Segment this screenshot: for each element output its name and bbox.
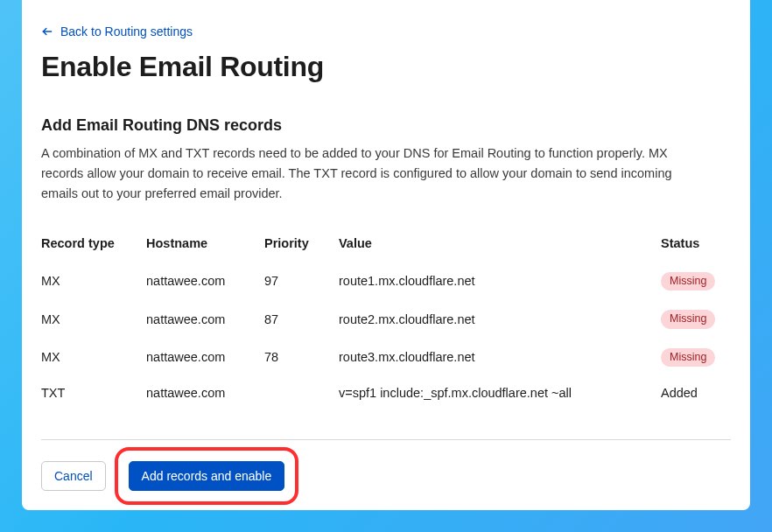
- cell-status: Missing: [661, 339, 731, 377]
- table-row: MXnattawee.com97route1.mx.cloudflare.net…: [41, 262, 731, 301]
- status-badge-missing: Missing: [661, 310, 715, 329]
- settings-card: Back to Routing settings Enable Email Ro…: [22, 0, 750, 510]
- status-badge-missing: Missing: [661, 272, 715, 291]
- table-row: MXnattawee.com78route3.mx.cloudflare.net…: [41, 339, 731, 377]
- status-badge-missing: Missing: [661, 348, 715, 368]
- footer-separator: [41, 439, 731, 440]
- cell-value: route1.mx.cloudflare.net: [339, 262, 661, 301]
- cell-hostname: nattawee.com: [146, 262, 264, 301]
- cell-record-type: TXT: [41, 376, 146, 410]
- cell-hostname: nattawee.com: [146, 376, 264, 410]
- cell-status: Added: [661, 376, 731, 410]
- cell-hostname: nattawee.com: [146, 300, 264, 339]
- add-records-button[interactable]: Add records and enable: [129, 461, 285, 491]
- cancel-button[interactable]: Cancel: [41, 461, 106, 491]
- section-description: A combination of MX and TXT records need…: [41, 144, 706, 205]
- col-header-priority: Priority: [264, 229, 339, 262]
- col-header-type: Record type: [41, 229, 146, 262]
- cell-value: route2.mx.cloudflare.net: [339, 300, 661, 339]
- table-header-row: Record type Hostname Priority Value Stat…: [41, 229, 731, 262]
- table-row: MXnattawee.com87route2.mx.cloudflare.net…: [41, 300, 731, 339]
- cell-status: Missing: [661, 300, 731, 339]
- page-title: Enable Email Routing: [41, 51, 731, 83]
- cell-record-type: MX: [41, 300, 146, 339]
- table-row: TXTnattawee.comv=spf1 include:_spf.mx.cl…: [41, 376, 731, 410]
- actions-row: Cancel Add records and enable: [41, 461, 731, 491]
- cell-priority: [264, 376, 339, 410]
- col-header-hostname: Hostname: [146, 229, 264, 262]
- col-header-status: Status: [661, 229, 731, 262]
- cell-priority: 78: [264, 339, 339, 377]
- dns-records-table: Record type Hostname Priority Value Stat…: [41, 229, 731, 410]
- cell-value: v=spf1 include:_spf.mx.cloudflare.net ~a…: [339, 376, 661, 410]
- arrow-left-icon: [41, 25, 53, 38]
- section-heading: Add Email Routing DNS records: [41, 116, 731, 135]
- cell-priority: 97: [264, 262, 339, 301]
- col-header-value: Value: [339, 229, 661, 262]
- cell-hostname: nattawee.com: [146, 339, 264, 377]
- back-link[interactable]: Back to Routing settings: [41, 24, 193, 38]
- back-link-label: Back to Routing settings: [60, 24, 193, 38]
- cell-value: route3.mx.cloudflare.net: [339, 339, 661, 377]
- cell-priority: 87: [264, 300, 339, 339]
- cell-status: Missing: [661, 262, 731, 301]
- cell-record-type: MX: [41, 339, 146, 377]
- cell-record-type: MX: [41, 262, 146, 301]
